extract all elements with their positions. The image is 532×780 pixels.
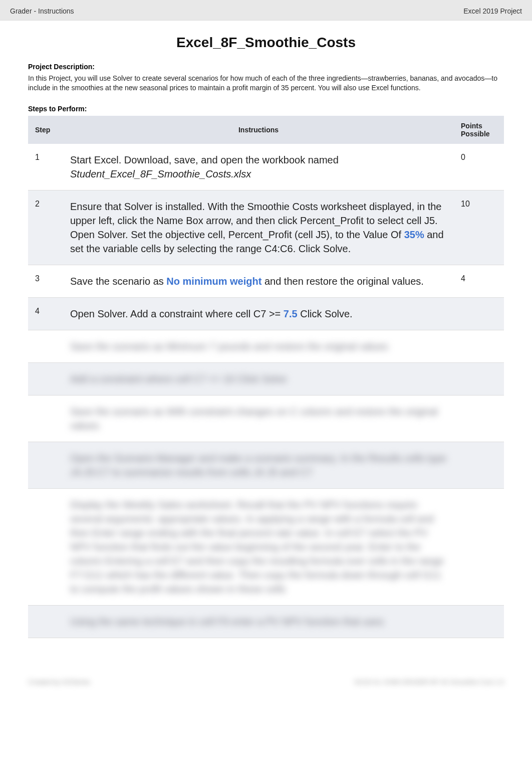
step-instructions-locked: Save the scenario as With constraint cha… bbox=[63, 395, 454, 442]
step-points bbox=[454, 330, 504, 362]
step-number: 4 bbox=[28, 297, 63, 330]
page-title: Excel_8F_Smoothie_Costs bbox=[28, 35, 504, 51]
step-points bbox=[454, 362, 504, 395]
footer-left: Created by GOSeries bbox=[28, 678, 90, 686]
step-number bbox=[28, 442, 63, 488]
step-instructions-locked: Add a constraint where cell C7 <= 10 Cli… bbox=[63, 362, 454, 395]
step-number: 3 bbox=[28, 265, 63, 297]
step-instructions: Ensure that Solver is installed. With th… bbox=[63, 190, 454, 265]
table-row-locked: Open the Scenario Manager and make a sce… bbox=[28, 442, 504, 488]
step-instructions: Save the scenario as No minimum weight a… bbox=[63, 265, 454, 297]
step-number: 1 bbox=[28, 144, 63, 190]
col-points: Points Possible bbox=[454, 116, 504, 144]
step-number bbox=[28, 362, 63, 395]
header-left: Grader - Instructions bbox=[10, 7, 74, 15]
step-points bbox=[454, 442, 504, 488]
table-row-locked: Save the scenario as With constraint cha… bbox=[28, 395, 504, 442]
table-row-locked: Add a constraint where cell C7 <= 10 Cli… bbox=[28, 362, 504, 395]
steps-label: Steps to Perform: bbox=[28, 105, 504, 113]
project-description-label: Project Description: bbox=[28, 63, 504, 71]
col-step: Step bbox=[28, 116, 63, 144]
project-description: In this Project, you will use Solver to … bbox=[28, 74, 504, 93]
page-footer: Created by GOSeries GO19 XL CH08 GRADER … bbox=[28, 678, 504, 686]
step-number bbox=[28, 395, 63, 442]
step-instructions-locked: Open the Scenario Manager and make a sce… bbox=[63, 442, 454, 488]
step-number: 2 bbox=[28, 190, 63, 265]
table-row: 4 Open Solver. Add a constraint where ce… bbox=[28, 297, 504, 330]
step-instructions-locked: Save the scenario as Minimum 7 pounds an… bbox=[63, 330, 454, 362]
step-number bbox=[28, 605, 63, 638]
step-points bbox=[454, 605, 504, 638]
steps-table: Step Instructions Points Possible 1 Star… bbox=[28, 116, 504, 638]
step-points: 10 bbox=[454, 190, 504, 265]
table-row: 3 Save the scenario as No minimum weight… bbox=[28, 265, 504, 297]
table-row-locked: Display the Weekly Sales worksheet. Reca… bbox=[28, 488, 504, 605]
col-instructions: Instructions bbox=[63, 116, 454, 144]
step-instructions-locked: Using the same technique in cell F9 ente… bbox=[63, 605, 454, 638]
step-points bbox=[454, 297, 504, 330]
table-row: 1 Start Excel. Download, save, and open … bbox=[28, 144, 504, 190]
step-points bbox=[454, 395, 504, 442]
step-instructions: Start Excel. Download, save, and open th… bbox=[63, 144, 454, 190]
step-points: 0 bbox=[454, 144, 504, 190]
page-header: Grader - Instructions Excel 2019 Project bbox=[0, 0, 532, 21]
header-right: Excel 2019 Project bbox=[463, 7, 522, 15]
table-row: 2 Ensure that Solver is installed. With … bbox=[28, 190, 504, 265]
step-points bbox=[454, 488, 504, 605]
step-instructions: Open Solver. Add a constraint where cell… bbox=[63, 297, 454, 330]
step-points: 4 bbox=[454, 265, 504, 297]
step-number bbox=[28, 330, 63, 362]
step-number bbox=[28, 488, 63, 605]
step-instructions-locked: Display the Weekly Sales worksheet. Reca… bbox=[63, 488, 454, 605]
footer-right: GO19 XL CH08 GRADER 8F AS Smoothie Cost … bbox=[354, 678, 504, 686]
table-row-locked: Using the same technique in cell F9 ente… bbox=[28, 605, 504, 638]
table-row-locked: Save the scenario as Minimum 7 pounds an… bbox=[28, 330, 504, 362]
